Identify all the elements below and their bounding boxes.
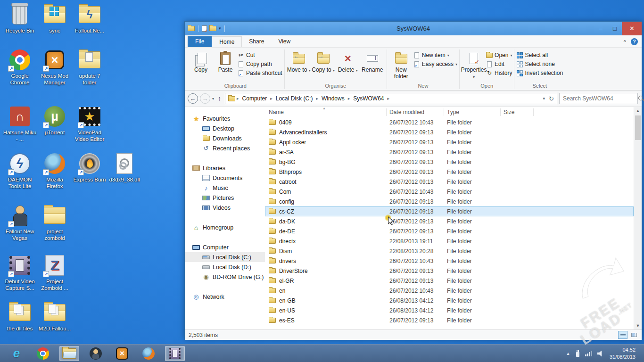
desktop-icon-google-chrome[interactable]: ↗Google Chrome — [3, 48, 37, 86]
desktop-icon-videopad-video-editor[interactable]: ★↗VideoPad Video Editor — [73, 105, 107, 143]
easy-access-button[interactable]: Easy access ▾ — [413, 61, 457, 67]
sidebar-item-homegroup[interactable]: ⌂Homegroup — [185, 222, 265, 232]
file-row[interactable]: AdvancedInstallers26/07/2012 09:13File f… — [265, 127, 634, 137]
desktop-icon-fallout-ne-[interactable]: ϟFallout.Ne... — [73, 3, 107, 34]
taskbar-icon-file-explorer[interactable] — [59, 346, 79, 361]
taskbar-icon-nexus-mod-manager[interactable]: × — [112, 346, 132, 361]
breadcrumb-segment[interactable]: Windows — [320, 94, 347, 103]
file-row[interactable]: en-US26/08/2013 04:12File folder — [265, 305, 634, 315]
help-icon[interactable]: ? — [631, 38, 638, 45]
network-signal-icon[interactable] — [585, 351, 592, 356]
file-row[interactable]: AppLocker26/07/2012 09:13File folder — [265, 137, 634, 147]
new-folder-button[interactable]: New folder — [389, 49, 413, 80]
ribbon-collapse-icon[interactable]: ^ — [624, 39, 626, 45]
file-row[interactable]: el-GR26/07/2012 09:13File folder — [265, 276, 634, 286]
up-button[interactable]: ↑ — [216, 95, 223, 102]
rename-button[interactable]: Rename — [360, 49, 385, 74]
address-dropdown-icon[interactable]: ▾ — [543, 96, 545, 101]
copy-button[interactable]: Copy — [189, 49, 213, 74]
breadcrumb-segment[interactable]: SysWOW64 — [351, 94, 386, 103]
paste-shortcut-button[interactable]: Paste shortcut — [238, 70, 282, 76]
refresh-icon[interactable]: ↻ — [549, 95, 554, 102]
desktop-icon-mozilla-firefox[interactable]: ↗Mozilla Firefox — [38, 152, 72, 190]
sidebar-item-network[interactable]: ◎Network — [185, 292, 265, 302]
taskbar-icon-google-chrome[interactable] — [33, 346, 53, 361]
history-dropdown-icon[interactable]: ▾ — [212, 97, 214, 101]
file-row[interactable]: de-DE26/07/2012 09:13File folder — [265, 226, 634, 236]
volume-icon[interactable] — [597, 351, 604, 357]
cut-button[interactable]: ✂ Cut — [238, 52, 282, 58]
tab-file[interactable]: File — [188, 36, 212, 47]
tab-share[interactable]: Share — [242, 36, 271, 47]
breadcrumb-box[interactable]: ▸Computer▸Local Disk (C:)▸Windows▸SysWOW… — [225, 93, 557, 104]
desktop-icon--torrent[interactable]: µ↗µTorrent — [38, 105, 72, 136]
breadcrumb-segment[interactable]: Computer — [240, 94, 269, 103]
maximize-button[interactable]: □ — [608, 22, 622, 35]
close-button[interactable]: ✕ — [622, 22, 642, 35]
file-row[interactable]: 040926/07/2012 10:43File folder — [265, 117, 634, 127]
back-button[interactable]: ← — [188, 93, 198, 104]
delete-button[interactable]: × Delete ▾ — [336, 49, 360, 74]
sidebar-item-videos[interactable]: Videos — [185, 203, 265, 213]
desktop-icon-sync[interactable]: sync — [38, 3, 72, 34]
column-header-date-modified[interactable]: Date modified — [387, 108, 444, 116]
invert-selection-button[interactable]: Invert selection — [516, 70, 563, 76]
file-row[interactable]: ar-SA26/07/2012 09:13File folder — [265, 147, 634, 157]
desktop-icon-hatsune-miku-[interactable]: ∩Hatsune Miku - ... — [3, 105, 37, 143]
sidebar-item-local-disk-c-[interactable]: Local Disk (C:) — [185, 252, 265, 262]
taskbar-icon-internet-explorer[interactable]: e — [7, 346, 26, 361]
scroll-down-icon[interactable]: ▼ — [634, 323, 642, 328]
edit-button[interactable]: Edit — [486, 61, 512, 67]
sidebar-item-pictures[interactable]: Pictures — [185, 193, 265, 203]
tab-view[interactable]: View — [271, 36, 297, 47]
scroll-up-icon[interactable]: ▲ — [634, 108, 642, 113]
file-row[interactable]: Bthprops26/07/2012 09:13File folder — [265, 167, 634, 177]
desktop-icon-project-zomboid[interactable]: project zomboid — [38, 204, 72, 242]
sidebar-item-desktop[interactable]: Desktop — [185, 123, 265, 133]
sidebar-item-music[interactable]: ♪Music — [185, 183, 265, 193]
desktop-icon-update-7-folder[interactable]: update 7 folder — [73, 48, 107, 86]
sidebar-item-local-disk-d-[interactable]: Local Disk (D:) — [185, 262, 265, 272]
desktop-icon-project-zomboid-[interactable]: Z↗Project Zomboid ... — [38, 254, 72, 292]
forward-button[interactable]: → — [200, 93, 210, 104]
icons-view-button[interactable] — [629, 331, 639, 339]
desktop-icon-m2d-fallou-[interactable]: M2D.Fallou... — [38, 301, 72, 332]
desktop-icon-debut-video-capture-s-[interactable]: ↗Debut Video Capture S... — [3, 254, 37, 292]
file-row[interactable]: drivers26/07/2012 10:43File folder — [265, 256, 634, 266]
minimize-button[interactable]: – — [594, 22, 608, 35]
sidebar-item-favourites[interactable]: ★Favourites — [185, 114, 265, 123]
column-header-name[interactable]: Name — [265, 108, 387, 116]
desktop-icon-d3dx9-38-dll[interactable]: d3dx9_38.dll — [107, 152, 141, 183]
desktop-icon-daemon-tools-lite[interactable]: ϟ↗DAEMON Tools Lite — [3, 152, 37, 190]
sidebar-item-downloads[interactable]: Downloads — [185, 133, 265, 143]
select-all-button[interactable]: Select all — [516, 52, 563, 58]
scrollbar-thumb[interactable] — [635, 115, 641, 140]
vertical-scrollbar[interactable]: ▲ ▼ — [634, 107, 642, 329]
column-header-type[interactable]: Type — [444, 108, 501, 116]
file-row[interactable]: directx22/08/2013 19:11File folder — [265, 236, 634, 246]
sidebar-item-bd-rom-drive-g-f[interactable]: ◉BD-ROM Drive (G:) F — [185, 272, 265, 282]
file-row[interactable]: catroot26/07/2012 09:13File folder — [265, 177, 634, 187]
search-input[interactable] — [560, 95, 638, 102]
details-view-button[interactable] — [618, 331, 627, 339]
desktop-icon-fallout-new-vegas[interactable]: ↗Fallout New Vegas — [3, 204, 37, 242]
sidebar-item-computer[interactable]: Computer — [185, 242, 265, 252]
file-row[interactable]: da-DK26/07/2012 09:13File folder — [265, 216, 634, 226]
copy-to-button[interactable]: → Copy to ▾ — [311, 49, 336, 74]
desktop-icon-recycle-bin[interactable]: Recycle Bin — [3, 3, 37, 34]
tab-home[interactable]: Home — [212, 36, 242, 47]
select-none-button[interactable]: Select none — [516, 61, 563, 67]
taskbar-clock[interactable]: 04:52 31/08/2013 — [610, 346, 636, 361]
search-box[interactable] — [559, 93, 638, 104]
usb-device-icon[interactable] — [575, 350, 580, 357]
sidebar-item-recent-places[interactable]: ↺Recent places — [185, 143, 265, 153]
file-row[interactable]: config26/07/2012 09:13File folder — [265, 197, 634, 206]
desktop-icon-nexus-mod-manager[interactable]: ×↗Nexus Mod Manager — [38, 48, 72, 86]
file-row[interactable]: DriverStore26/07/2012 09:13File folder — [265, 266, 634, 276]
breadcrumb-segment[interactable]: Local Disk (C:) — [274, 94, 315, 103]
file-row[interactable]: bg-BG26/07/2012 09:13File folder — [265, 157, 634, 167]
copy-path-button[interactable]: Copy path — [238, 61, 282, 67]
move-to-button[interactable]: ← Move to ▾ — [287, 49, 311, 74]
open-button[interactable]: Open ▾ — [486, 52, 512, 58]
sidebar-item-libraries[interactable]: Libraries — [185, 163, 265, 173]
